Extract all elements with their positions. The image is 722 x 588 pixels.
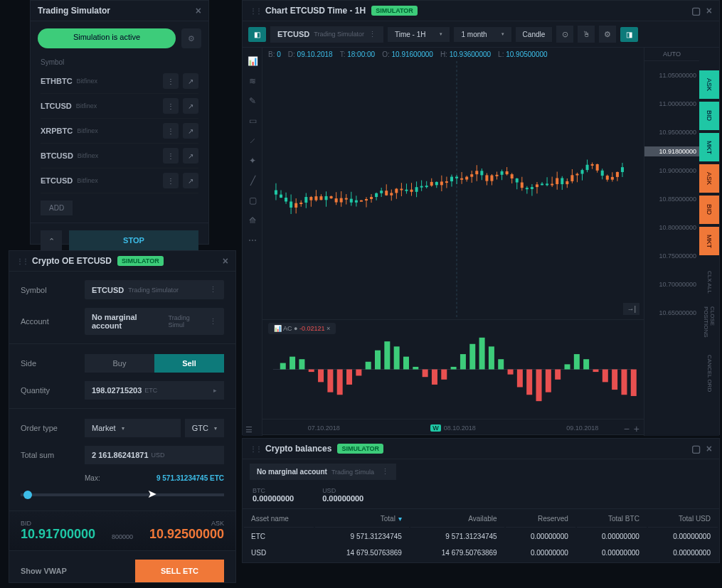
gear-icon[interactable]: ⚙ <box>181 28 201 48</box>
list-icon[interactable]: ☰ <box>245 425 253 434</box>
max-value[interactable]: 9 571.31234745 ETC <box>156 474 224 482</box>
close-icon[interactable]: × <box>706 5 712 16</box>
buy-button[interactable]: Buy <box>85 354 154 373</box>
more-icon[interactable]: ⋮ <box>163 98 179 114</box>
drag-handle-icon[interactable]: ⋮⋮ <box>250 445 261 453</box>
close-positions-button[interactable]: CLOSE POSITIONS <box>699 306 719 349</box>
symbol-row[interactable]: BTCUSD Bitfinex ⋮ ↗ <box>41 144 198 169</box>
show-vwap-button[interactable]: Show VWAP <box>21 567 67 575</box>
svg-rect-44 <box>380 191 383 193</box>
chevron-icon[interactable]: ▸ <box>213 387 217 394</box>
symbol-selector[interactable]: ETCUSD Trading Simulator ⋮ <box>85 280 224 299</box>
auto-scale-button[interactable]: AUTO <box>644 48 699 61</box>
line-icon[interactable]: ╱ <box>243 171 262 190</box>
close-icon[interactable]: × <box>223 255 228 267</box>
col-header[interactable]: Available <box>410 511 504 528</box>
pencil-icon[interactable]: ✎ <box>243 92 262 110</box>
col-header[interactable]: Total USD <box>648 511 718 528</box>
sim-header[interactable]: Trading Simulator × <box>31 1 208 21</box>
ask-button[interactable]: ASK <box>699 70 719 99</box>
more-icon[interactable]: ⋮ <box>163 73 179 89</box>
gear-icon[interactable]: ⚙ <box>599 26 616 43</box>
indicator-icon[interactable]: 📊 <box>243 52 262 70</box>
chart-style-select[interactable]: Candle <box>516 27 553 42</box>
svg-rect-116 <box>561 178 563 184</box>
popout-icon[interactable]: ↗ <box>183 73 198 89</box>
search-icon[interactable]: ⊙ <box>556 26 573 43</box>
add-button[interactable]: ADD <box>41 201 73 215</box>
period-select[interactable]: 1 month▾ <box>454 27 511 42</box>
drag-handle-icon[interactable]: ⋮⋮ <box>16 257 28 265</box>
close-icon[interactable]: × <box>196 5 201 16</box>
order-type-select[interactable]: Market▾ <box>85 419 181 437</box>
indicator-chart[interactable]: 📊 AC ● -0.02121 × ☰ − + <box>262 319 644 419</box>
clx-all-button[interactable]: CLX ALL <box>699 261 719 304</box>
measure-icon[interactable]: ⟋ <box>243 132 262 150</box>
more-icon[interactable]: ⋮ <box>163 173 179 188</box>
symbol-row[interactable]: ETCUSD Bitfinex ⋮ ↗ <box>41 169 198 193</box>
account-selector[interactable]: No marginal account Trading Simul ⋮ <box>85 308 224 335</box>
balance-account-selector[interactable]: No marginal account Trading Simula ⋮ <box>250 464 396 480</box>
col-header[interactable]: Total BTC <box>577 511 647 528</box>
oe-header[interactable]: ⋮⋮ Crypto OE ETCUSD SIMULATOR × <box>9 251 235 272</box>
chart-header[interactable]: ⋮⋮ Chart ETCUSD Time - 1H SIMULATOR ▢ × <box>243 1 719 21</box>
layout-right-icon[interactable]: ◨ <box>620 27 638 42</box>
quantity-slider[interactable] <box>21 493 224 496</box>
more-icon[interactable]: ⋮ <box>209 317 217 326</box>
more-icon[interactable]: ⋯ <box>243 231 262 250</box>
quantity-input[interactable]: 198.02715203 ETC ▸ <box>85 381 224 400</box>
svg-rect-130 <box>596 164 599 171</box>
bid-button[interactable]: BID <box>699 102 719 130</box>
symbol-row[interactable]: ETHBTC Bitfinex ⋮ ↗ <box>41 69 198 94</box>
table-row[interactable]: ETC9 571.312347459 571.312347450.0000000… <box>244 529 718 544</box>
sell-submit-button[interactable]: SELL ETC <box>135 560 224 582</box>
total-field[interactable]: 2 161.86241871 USD <box>85 446 224 464</box>
cancel-orders-button[interactable]: CANCEL ORD <box>699 352 719 395</box>
popout-icon[interactable]: ↗ <box>183 148 198 164</box>
fib-icon[interactable]: ⟰ <box>243 211 262 230</box>
svg-rect-110 <box>546 183 548 185</box>
goto-last-icon[interactable]: →| <box>623 303 639 315</box>
frame-icon[interactable]: ▭ <box>243 112 262 130</box>
tif-select[interactable]: GTC▾ <box>185 419 224 437</box>
mkt-button[interactable]: MKT <box>699 133 719 161</box>
close-icon[interactable]: × <box>706 443 712 454</box>
layout-icon[interactable]: ◧ <box>248 27 266 42</box>
svg-rect-52 <box>400 188 403 190</box>
chevron-up-icon[interactable]: ⌃ <box>41 230 62 252</box>
mouse-icon[interactable]: 🖱 <box>578 26 595 43</box>
ask-sell-button[interactable]: ASK <box>699 164 719 193</box>
popout-icon[interactable]: ↗ <box>183 123 198 139</box>
col-header[interactable]: Total▾ <box>315 511 409 528</box>
svg-rect-132 <box>601 171 604 176</box>
more-icon[interactable]: ⋮ <box>209 285 217 294</box>
ask-price[interactable]: 10.92500000 <box>137 527 224 542</box>
crosshair-icon[interactable]: ✦ <box>243 151 262 170</box>
chart-symbol-selector[interactable]: ETCUSD Trading Simulator ⋮ <box>270 26 383 43</box>
timeframe-select[interactable]: Time - 1H▾ <box>388 27 450 42</box>
stop-button[interactable]: STOP <box>69 230 198 252</box>
symbol-row[interactable]: XRPBTC Bitfinex ⋮ ↗ <box>41 119 198 144</box>
more-icon[interactable]: ⋮ <box>163 148 179 164</box>
col-header[interactable]: Asset name <box>244 511 314 528</box>
time-axis[interactable]: 07.10.2018 W08.10.2018 09.10.2018 <box>262 419 644 436</box>
table-row[interactable]: USD14 679.5076386914 679.507638690.00000… <box>244 545 718 560</box>
bid-price[interactable]: 10.91700000 <box>21 527 107 542</box>
sell-button[interactable]: Sell <box>154 354 224 373</box>
col-header[interactable]: Reserved <box>506 511 575 528</box>
drag-handle-icon[interactable]: ⋮⋮ <box>250 7 261 15</box>
layers-icon[interactable]: ≋ <box>243 72 262 90</box>
bal-header[interactable]: ⋮⋮ Crypto balances SIMULATOR ▢ × <box>243 439 719 459</box>
rect-icon[interactable]: ▢ <box>243 191 262 210</box>
symbol-row[interactable]: LTCUSD Bitfinex ⋮ ↗ <box>41 94 198 119</box>
popout-icon[interactable]: ↗ <box>183 98 198 114</box>
candle-chart[interactable]: →| <box>262 61 644 319</box>
maximize-icon[interactable]: ▢ <box>691 443 701 454</box>
more-icon[interactable]: ⋮ <box>163 123 179 139</box>
price-axis[interactable]: AUTO 11.0500000011.0000000010.9500000010… <box>644 48 699 436</box>
mkt-sell-button[interactable]: MKT <box>699 227 719 255</box>
slider-thumb[interactable] <box>23 491 32 499</box>
bid-sell-button[interactable]: BID <box>699 196 719 224</box>
maximize-icon[interactable]: ▢ <box>691 5 701 16</box>
popout-icon[interactable]: ↗ <box>183 173 198 188</box>
